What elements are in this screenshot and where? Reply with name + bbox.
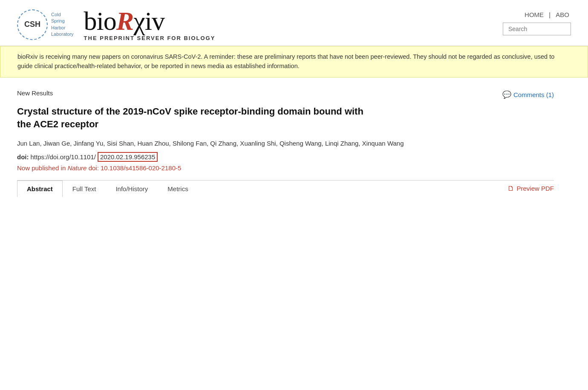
biorxiv-logo: bioRχiv (84, 8, 164, 34)
header-right: HOME | ABO (503, 8, 571, 35)
preview-pdf-label: Preview PDF (516, 185, 554, 192)
logo-xiv: χiv (133, 6, 164, 35)
csh-logo: CSH Cold Spring Harbor Laboratory (17, 9, 74, 40)
tabs-row: Abstract Full Text Info/History Metrics … (17, 180, 554, 197)
doi-prefix: https://doi.org/10.1101/ (31, 153, 96, 161)
nav-home[interactable]: HOME (525, 11, 544, 18)
tab-metrics[interactable]: Metrics (158, 181, 198, 197)
logo-r: R (116, 6, 133, 35)
csh-circle-logo: CSH (17, 9, 48, 40)
pdf-icon: 🗋 (507, 185, 514, 192)
page-header: CSH Cold Spring Harbor Laboratory bioRχi… (0, 0, 588, 46)
nav-separator: | (549, 11, 551, 18)
biorxiv-brand: bioRχiv THE PREPRINT SERVER FOR BIOLOGY (84, 8, 216, 41)
warning-text: bioRxiv is receiving many new papers on … (17, 53, 554, 69)
main-content: New Results 💬 Comments (1) Crystal struc… (0, 77, 571, 205)
logo-bio: bio (84, 6, 116, 35)
comments-label: Comments (1) (513, 91, 554, 98)
published-doi-link[interactable]: 10.1038/s41586-020-2180-5 (101, 164, 181, 172)
search-input[interactable] (503, 23, 571, 35)
csh-line4: Laboratory (51, 31, 74, 37)
doi-label: doi: (17, 153, 29, 161)
tab-infohistory[interactable]: Info/History (106, 181, 158, 197)
comment-bubble-icon: 💬 (502, 90, 511, 99)
warning-banner: bioRxiv is receiving many new papers on … (0, 46, 588, 77)
header-left: CSH Cold Spring Harbor Laboratory bioRχi… (17, 8, 215, 41)
result-type: New Results (17, 89, 53, 97)
published-journal: Nature (67, 164, 86, 172)
csh-text: Cold Spring Harbor Laboratory (51, 11, 74, 38)
doi-suffix[interactable]: 2020.02.19.956235 (98, 152, 158, 162)
tab-fulltext[interactable]: Full Text (63, 181, 106, 197)
biorxiv-subtitle: THE PREPRINT SERVER FOR BIOLOGY (84, 35, 216, 41)
csh-label: CSH (24, 20, 40, 29)
nav-about[interactable]: ABO (556, 11, 569, 18)
csh-line2: Spring (51, 18, 74, 24)
published-label: Now published in (17, 164, 66, 172)
csh-line1: Cold (51, 11, 74, 18)
preview-pdf-button[interactable]: 🗋 Preview PDF (507, 185, 554, 192)
authors: Jun Lan, Jiwan Ge, Jinfang Yu, Sisi Shan… (17, 139, 554, 149)
doi-line: doi: https://doi.org/10.1101/2020.02.19.… (17, 152, 554, 162)
tab-abstract[interactable]: Abstract (17, 181, 63, 197)
csh-line3: Harbor (51, 25, 74, 31)
published-line: Now published in Nature doi: 10.1038/s41… (17, 164, 554, 172)
paper-title: Crystal structure of the 2019-nCoV spike… (17, 105, 366, 132)
tabs: Abstract Full Text Info/History Metrics (17, 181, 198, 197)
header-nav: HOME | ABO (523, 11, 571, 18)
published-doi-label: doi: (89, 164, 99, 172)
comments-link[interactable]: 💬 Comments (1) (502, 90, 554, 99)
